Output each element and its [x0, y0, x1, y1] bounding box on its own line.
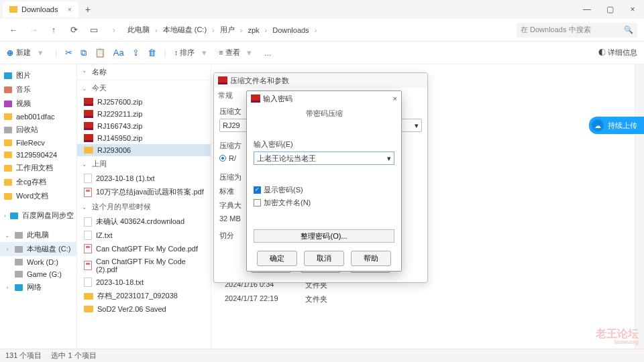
- file-item[interactable]: RJ166743.zip: [77, 120, 211, 132]
- folder-icon: [9, 6, 17, 13]
- sidebar-item-network[interactable]: ›网络: [0, 280, 76, 294]
- cloud-icon: ☁: [592, 119, 604, 131]
- pdf-icon: [84, 261, 92, 270]
- tab-general[interactable]: 常规: [218, 90, 233, 101]
- maximize-button[interactable]: ▢: [598, 5, 621, 14]
- status-bar: 131 个项目 选中 1 个项目: [0, 349, 644, 362]
- organize-passwords-button[interactable]: 整理密码(O)...: [254, 229, 394, 243]
- file-item[interactable]: 未确认 403624.crdownload: [77, 215, 211, 229]
- watermark: 老王论坛 laowang: [596, 328, 639, 346]
- monitor-icon[interactable]: ▭: [87, 25, 101, 35]
- sidebar-item-netdisk[interactable]: ›百度网盘同步空: [0, 208, 76, 223]
- password-label: 输入密码(E): [247, 137, 401, 152]
- delete-button[interactable]: 🗑: [148, 48, 156, 58]
- toolbar: ⊕新建▾ | ✂ ⧉ 📋 Aa ⇪ 🗑 | ↕ 排序▾ ≡ 查看▾ … ◐ 详细…: [0, 42, 644, 64]
- plus-icon: ⊕: [7, 48, 13, 58]
- tab-label: Downloads: [21, 5, 58, 13]
- password-input[interactable]: 上老王论坛当老王▾: [254, 152, 394, 165]
- breadcrumb-part[interactable]: 本地磁盘 (C:): [163, 25, 207, 35]
- address-bar: ← → ↑ ⟳ ▭ › 此电脑› 本地磁盘 (C:)› 用户› zpk› Dow…: [0, 19, 644, 42]
- sidebar-item[interactable]: 视频: [0, 97, 76, 111]
- close-button[interactable]: ×: [621, 5, 644, 14]
- archive-icon: [84, 98, 93, 106]
- sidebar-item[interactable]: 回收站: [0, 123, 76, 137]
- breadcrumb[interactable]: 此电脑› 本地磁盘 (C:)› 用户› zpk› Downloads›: [127, 25, 317, 35]
- file-item[interactable]: 2023-10-18.txt: [77, 276, 211, 289]
- sidebar-item[interactable]: 图片: [0, 68, 76, 82]
- chevron-down-icon: ▾: [387, 154, 391, 163]
- file-item[interactable]: Can ChatGPT Fix My Code.pdf: [77, 242, 211, 255]
- close-tab-icon[interactable]: ×: [67, 5, 71, 13]
- cut-button[interactable]: ✂: [65, 48, 72, 58]
- cancel-button[interactable]: 取消: [304, 251, 344, 266]
- search-placeholder: 在 Downloads 中搜索: [521, 25, 591, 35]
- back-button[interactable]: ←: [7, 25, 20, 35]
- rename-button[interactable]: Aa: [113, 48, 124, 58]
- archive-icon: [84, 122, 93, 130]
- file-item[interactable]: 2023-10-18 (1).txt: [77, 172, 211, 185]
- search-box[interactable]: 在 Downloads 中搜索 🔍: [517, 23, 637, 38]
- forward-button[interactable]: →: [27, 25, 40, 35]
- sidebar-item-disk-c[interactable]: ›本地磁盘 (C:): [0, 242, 76, 256]
- up-button[interactable]: ↑: [47, 25, 60, 35]
- encrypt-names-checkbox[interactable]: 加密文件名(N): [247, 196, 401, 209]
- paste-button[interactable]: 📋: [95, 48, 105, 58]
- sidebar-item[interactable]: 全cg存档: [0, 175, 76, 189]
- sidebar-item[interactable]: Word文档: [0, 189, 76, 203]
- file-item[interactable]: 存档_20231017_092038: [77, 289, 211, 303]
- breadcrumb-part[interactable]: zpk: [248, 26, 259, 34]
- file-item[interactable]: IZ.txt: [77, 229, 211, 242]
- tab-active[interactable]: Downloads ×: [3, 1, 78, 17]
- minimize-button[interactable]: —: [576, 5, 598, 14]
- file-item-selected[interactable]: RJ293006: [77, 144, 211, 156]
- group-today[interactable]: ⌄今天: [77, 80, 211, 96]
- help-button[interactable]: 帮助: [351, 251, 391, 266]
- sidebar-item-drive[interactable]: Game (G:): [0, 268, 76, 280]
- sidebar-item[interactable]: 音乐: [0, 82, 76, 97]
- dialog-title[interactable]: 输入密码 ×: [247, 91, 401, 106]
- password-dialog: 输入密码 × 带密码压缩 输入密码(E) 上老王论坛当老王▾ 显示密码(S) 加…: [246, 90, 402, 272]
- sort-button[interactable]: ↕ 排序▾: [174, 48, 211, 58]
- new-button[interactable]: ⊕新建▾: [7, 48, 47, 58]
- column-name[interactable]: ⌄名称: [77, 64, 211, 80]
- upload-pill[interactable]: ☁ 持续上传: [589, 117, 644, 134]
- file-item[interactable]: SoD2 Ver2.06 Saved: [77, 303, 211, 315]
- show-password-checkbox[interactable]: 显示密码(S): [247, 184, 401, 196]
- scrollbar[interactable]: [635, 64, 644, 349]
- archive-icon: [84, 110, 93, 118]
- dialog-title[interactable]: 压缩文件名和参数: [214, 73, 427, 88]
- detail-row: 2024/1/17 22:19文件夹: [225, 292, 644, 306]
- breadcrumb-part[interactable]: 用户: [220, 25, 235, 35]
- file-item[interactable]: 10万字总结java面试题和答案.pdf: [77, 185, 211, 199]
- ok-button[interactable]: 确定: [257, 251, 297, 266]
- breadcrumb-part[interactable]: 此电脑: [127, 25, 150, 35]
- sidebar-item[interactable]: 3129590424: [0, 149, 76, 161]
- share-button[interactable]: ⇪: [132, 48, 140, 58]
- window-titlebar: Downloads × + — ▢ ×: [0, 0, 644, 19]
- new-tab-button[interactable]: +: [85, 4, 91, 15]
- file-item[interactable]: RJ145950.zip: [77, 132, 211, 144]
- sidebar-item[interactable]: FileRecv: [0, 137, 76, 149]
- group-lastweek[interactable]: ⌄上周: [77, 156, 211, 172]
- pdf-icon: [84, 188, 92, 197]
- sidebar-item-drive[interactable]: Work (D:): [0, 256, 76, 268]
- breadcrumb-part[interactable]: Downloads: [272, 26, 309, 34]
- sidebar-item-thispc[interactable]: ⌄此电脑: [0, 228, 76, 242]
- sidebar-item[interactable]: aeb001dfac: [0, 111, 76, 123]
- copy-button[interactable]: ⧉: [80, 48, 87, 58]
- file-icon: [84, 217, 92, 227]
- group-earlier[interactable]: ⌄这个月的早些时候: [77, 199, 211, 215]
- text-icon: [84, 231, 92, 240]
- refresh-button[interactable]: ⟳: [67, 25, 80, 35]
- folder-icon: [84, 293, 93, 300]
- file-item[interactable]: RJ257600.zip: [77, 96, 211, 108]
- rar-icon: [251, 95, 260, 103]
- file-item[interactable]: Can ChatGPT Fix My Code (2).pdf: [77, 255, 211, 276]
- file-item[interactable]: RJ229211.zip: [77, 108, 211, 120]
- view-button[interactable]: ≡ 查看▾: [219, 48, 256, 58]
- close-icon[interactable]: ×: [393, 95, 397, 103]
- folder-icon: [84, 147, 93, 154]
- details-pane-button[interactable]: ◐ 详细信息: [598, 48, 637, 58]
- more-button[interactable]: …: [264, 49, 272, 57]
- sidebar-item[interactable]: 工作用文档: [0, 161, 76, 175]
